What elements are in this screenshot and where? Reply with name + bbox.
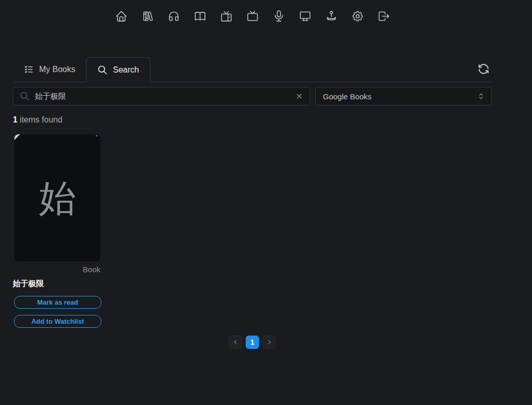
top-nav [13,0,492,23]
tab-bar: My Books Search [13,57,492,82]
headphones-icon[interactable] [167,10,180,23]
next-page-button[interactable] [263,336,276,349]
app-root: My Books Search Google Books [13,0,492,349]
media-card: 始 Book 始于极限 Mark as read Add to Watchlis… [13,134,100,328]
search-field [13,87,310,105]
cover-dot-decoration [96,135,97,136]
pagination: 1 [13,336,492,349]
tab-search-label: Search [113,65,139,75]
tab-search[interactable]: Search [86,57,150,82]
cover-placeholder-glyph: 始 [39,180,76,217]
book-cover[interactable]: 始 [14,134,100,261]
search-input[interactable] [30,92,295,101]
joystick-icon[interactable] [325,10,338,23]
source-select[interactable]: Google Books [315,87,492,105]
monitor-icon[interactable] [299,10,312,23]
microphone-icon[interactable] [272,10,285,23]
refresh-icon[interactable] [477,62,490,76]
library-icon[interactable] [141,10,154,23]
book-icon[interactable] [194,10,207,23]
tab-my-books[interactable]: My Books [13,57,86,82]
results-count: 1 items found [13,115,492,125]
tab-my-books-label: My Books [39,65,75,74]
home-icon[interactable] [115,10,128,23]
results-count-number: 1 [13,115,18,124]
chevron-right-icon [266,339,273,346]
prev-page-button[interactable] [229,336,242,349]
tv-retro-icon[interactable] [220,10,233,23]
checklist-icon [24,64,34,75]
selector-icon [477,92,485,100]
tv-icon[interactable] [246,10,259,23]
page-1-button[interactable]: 1 [246,336,259,349]
media-type-label: Book [13,265,100,274]
search-controls: Google Books [13,87,492,105]
settings-icon[interactable] [351,10,364,23]
clear-icon[interactable] [295,92,303,100]
search-icon [20,91,30,101]
results-count-label: items found [20,115,62,124]
logout-icon[interactable] [377,10,390,23]
chevron-left-icon [232,339,239,346]
media-title: 始于极限 [13,279,100,289]
mark-as-read-button[interactable]: Mark as read [14,296,101,309]
add-to-watchlist-button[interactable]: Add to Watchlist [14,315,101,328]
search-tab-icon [97,65,108,75]
cover-fold-decoration [14,134,20,140]
source-select-value: Google Books [323,92,371,101]
